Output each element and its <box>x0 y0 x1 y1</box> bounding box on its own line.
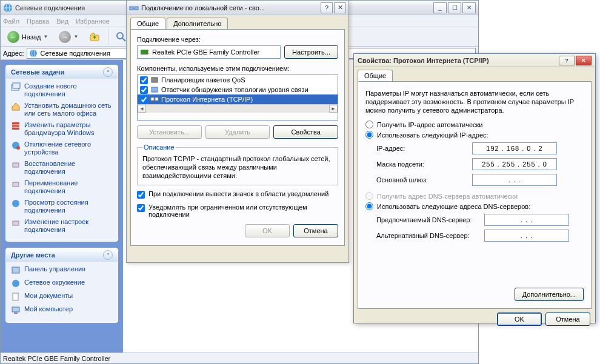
computer-icon <box>11 305 21 315</box>
menu-favorites[interactable]: Избранное <box>76 18 110 25</box>
tasks-header[interactable]: Сетевые задачи ⌃ <box>6 65 118 79</box>
dns2-input[interactable]: . . . <box>484 230 569 242</box>
collapse-icon: ⌃ <box>103 67 113 77</box>
horizontal-scrollbar[interactable]: ◄ ► <box>138 104 338 113</box>
tab-general[interactable]: Общие <box>130 18 165 29</box>
dns-auto-radio <box>365 192 373 200</box>
dns-manual-label: Использовать следующие адреса DNS-сервер… <box>377 203 530 210</box>
network-icon <box>11 279 21 288</box>
dns-manual-radio[interactable] <box>365 202 373 210</box>
ip-address-input[interactable]: 192 . 168 . 0 . 2 <box>472 142 557 154</box>
task-new-connection[interactable]: Создание нового подключения <box>11 82 113 98</box>
subnet-mask-input[interactable]: 255 . 255 . 255 . 0 <box>472 158 557 170</box>
close-button[interactable]: ✕ <box>462 2 476 13</box>
cancel-button[interactable]: Отмена <box>545 313 590 326</box>
ip-auto-radio[interactable] <box>365 121 373 128</box>
minimize-button[interactable]: _ <box>433 2 447 13</box>
collapse-icon: ⌃ <box>103 250 113 260</box>
ip-manual-radio[interactable] <box>365 131 373 139</box>
task-home-network[interactable]: Установить домашнюю сеть или сеть малого… <box>11 102 113 117</box>
scroll-right-icon[interactable]: ► <box>329 105 338 113</box>
place-documents[interactable]: Мои документы <box>11 292 113 302</box>
component-item-selected[interactable]: Протокол Интернета (TCP/IP) <box>138 94 338 104</box>
component-item[interactable]: Планировщик пакетов QoS <box>138 75 338 85</box>
tcpip-properties-dialog: Свойства: Протокол Интернета (TCP/IP) ? … <box>353 53 596 323</box>
gateway-input[interactable]: . . . <box>472 174 557 186</box>
dropdown-icon: ▼ <box>44 34 48 39</box>
maximize-button[interactable]: ☐ <box>448 2 461 13</box>
tab-advanced[interactable]: Дополнительно <box>167 18 228 29</box>
ok-button[interactable]: OK <box>497 313 542 326</box>
settings-icon <box>11 218 21 228</box>
svg-rect-27 <box>141 50 148 55</box>
subnet-mask-label: Маска подсети: <box>376 160 467 168</box>
svg-point-4 <box>117 33 123 39</box>
forward-button[interactable]: → ▼ <box>55 29 82 45</box>
back-arrow-icon: ← <box>7 31 19 43</box>
dlg1-tabs: Общие Дополнительно <box>127 15 348 29</box>
back-label: Назад <box>22 33 41 41</box>
task-repair[interactable]: Восстановление подключения <box>11 160 113 176</box>
back-button[interactable]: ← Назад ▼ <box>3 29 52 45</box>
cancel-button[interactable]: Отмена <box>293 224 338 237</box>
up-button[interactable] <box>85 29 105 45</box>
tray-icon-checkbox[interactable] <box>137 191 145 199</box>
task-status[interactable]: Просмотр состояния подключения <box>11 199 113 214</box>
task-rename[interactable]: Переименование подключения <box>11 179 113 195</box>
firewall-icon <box>11 121 21 131</box>
status-icon <box>11 199 21 208</box>
ip-manual-label: Использовать следующий IP-адрес: <box>377 131 488 139</box>
properties-button[interactable]: Свойства <box>273 125 338 139</box>
place-computer[interactable]: Мой компьютер <box>11 305 113 315</box>
adapter-name: Realtek PCIe GBE Family Controller <box>152 48 259 56</box>
connect-via-label: Подключение через: <box>137 36 338 43</box>
dns1-label: Предпочитаемый DNS-сервер: <box>376 216 479 223</box>
ok-button[interactable]: OK <box>245 224 290 237</box>
gateway-label: Основной шлюз: <box>376 176 467 184</box>
disable-icon <box>11 141 21 150</box>
uninstall-button[interactable]: Удалить <box>205 125 270 139</box>
component-checkbox[interactable] <box>140 86 148 94</box>
install-button[interactable]: Установить... <box>137 125 202 139</box>
status-text: Realtek PCIe GBE Family Controller <box>3 355 110 362</box>
close-button[interactable]: ✕ <box>576 56 592 65</box>
task-settings[interactable]: Изменение настроек подключения <box>11 218 113 234</box>
dlg2-title: Свойства: Протокол Интернета (TCP/IP) <box>358 57 489 64</box>
place-control-panel[interactable]: Панель управления <box>11 265 113 275</box>
component-checkbox[interactable] <box>140 96 148 104</box>
repair-icon <box>11 160 21 170</box>
place-network[interactable]: Сетевое окружение <box>11 279 113 288</box>
scroll-left-icon[interactable]: ◄ <box>138 105 146 113</box>
connection-properties-dialog: Подключение по локальной сети - сво... ?… <box>126 0 349 263</box>
tab-general[interactable]: Общие <box>358 70 393 81</box>
svg-rect-23 <box>14 313 18 314</box>
close-button[interactable]: ✕ <box>334 2 346 13</box>
advanced-button[interactable]: Дополнительно... <box>515 288 584 301</box>
limited-notify-label: Уведомлять при ограниченном или отсутств… <box>148 204 338 218</box>
limited-notify-checkbox[interactable] <box>137 204 145 212</box>
menu-file[interactable]: Файл <box>3 18 19 25</box>
svg-rect-33 <box>155 98 158 101</box>
menu-edit[interactable]: Правка <box>27 18 49 25</box>
menu-view[interactable]: Вид <box>56 18 68 25</box>
sidebar: Сетевые задачи ⌃ Создание нового подключ… <box>1 60 123 352</box>
components-list[interactable]: Планировщик пакетов QoS Ответчик обнаруж… <box>137 74 338 121</box>
address-value: Сетевые подключения <box>41 50 110 57</box>
places-header[interactable]: Другие места ⌃ <box>6 248 118 262</box>
help-button[interactable]: ? <box>321 2 333 13</box>
component-item[interactable]: Ответчик обнаружения топологии уровня св… <box>138 85 338 94</box>
main-title: Сетевые подключения <box>15 4 85 12</box>
component-checkbox[interactable] <box>140 76 148 84</box>
svg-point-14 <box>16 146 20 150</box>
task-disable[interactable]: Отключение сетевого устройства <box>11 141 113 156</box>
description-text: Протокол TCP/IP - стандартный протокол г… <box>142 154 333 180</box>
svg-rect-18 <box>13 221 19 225</box>
dns1-input[interactable]: . . . <box>484 214 569 226</box>
task-firewall[interactable]: Изменить параметры брандмауэра Windows <box>11 121 113 137</box>
address-label: Адрес: <box>3 50 24 57</box>
home-icon <box>11 102 21 111</box>
rename-icon <box>11 179 21 189</box>
ip-auto-label: Получить IP-адрес автоматически <box>377 121 482 128</box>
help-button[interactable]: ? <box>559 56 575 65</box>
configure-button[interactable]: Настроить... <box>284 45 338 59</box>
